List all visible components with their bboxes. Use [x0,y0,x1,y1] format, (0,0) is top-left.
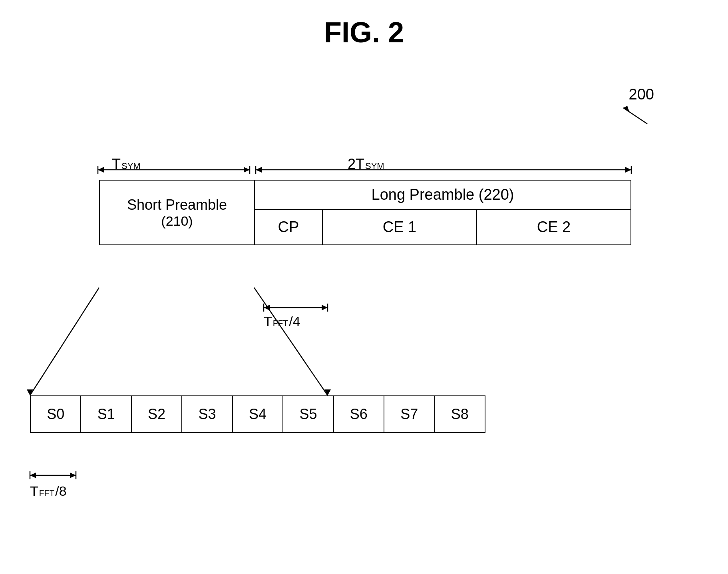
preamble-container: Short Preamble (210) Long Preamble (220)… [99,180,631,245]
svg-marker-1 [623,106,629,112]
ref-number-200: 200 [629,86,654,103]
svg-marker-8 [256,167,262,173]
svg-marker-13 [264,305,270,310]
tsym-label: TSYM [112,156,141,173]
sym-cell-s0: S0 [31,396,81,432]
sym-cell-s8: S8 [435,396,485,432]
long-preamble-cells: CP CE 1 CE 2 [255,210,631,244]
svg-marker-20 [324,389,331,395]
svg-marker-9 [625,167,631,173]
sym-cell-s3: S3 [182,396,233,432]
tfft8-label: TFFT/8 [30,483,67,499]
sym-cell-s4: S4 [233,396,283,432]
svg-marker-14 [322,305,328,310]
short-preamble-box: Short Preamble (210) [100,181,255,244]
sym-cell-s1: S1 [81,396,131,432]
long-preamble-box: Long Preamble (220) CP CE 1 CE 2 [255,181,631,244]
sym-cell-s2: S2 [132,396,182,432]
sym-cell-s7: S7 [384,396,435,432]
svg-marker-19 [27,389,33,395]
sym-cell-s5: S5 [283,396,334,432]
short-preamble-subtitle: (210) [161,213,193,229]
svg-marker-22 [30,473,36,478]
svg-line-17 [30,288,99,395]
short-preamble-title: Short Preamble [127,197,227,213]
lp-cell-ce1: CE 1 [323,210,477,244]
2tsym-label: 2TSYM [348,156,384,173]
svg-line-18 [254,288,328,395]
svg-marker-3 [98,167,104,173]
svg-marker-4 [244,167,250,173]
long-preamble-header: Long Preamble (220) [255,181,631,210]
svg-marker-23 [70,473,76,478]
figure-title: FIG. 2 [0,16,728,49]
symbols-container: S0 S1 S2 S3 S4 S5 S6 S7 S8 [30,395,485,433]
lp-cell-ce2: CE 2 [477,210,631,244]
tfft4-label: TFFT/4 [264,314,300,329]
lp-cell-cp: CP [255,210,323,244]
svg-line-0 [623,108,647,124]
sym-cell-s6: S6 [334,396,384,432]
